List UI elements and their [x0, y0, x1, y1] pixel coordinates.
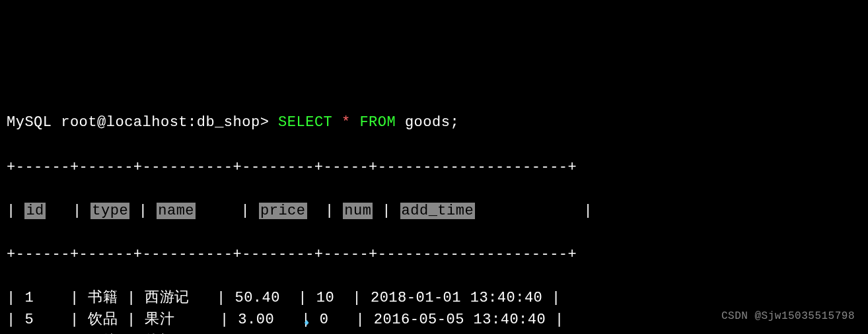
table-border-mid: +------+------+----------+--------+-----…: [7, 244, 861, 265]
header-num: num: [343, 203, 373, 219]
prompt-line[interactable]: MySQL root@localhost:db_shop> SELECT * F…: [7, 112, 861, 133]
header-type: type: [90, 203, 129, 219]
header-name: name: [157, 203, 196, 219]
header-price: price: [259, 203, 307, 219]
sql-star: *: [342, 114, 351, 131]
sql-from: FROM: [359, 114, 396, 131]
sql-table: goods;: [405, 114, 459, 131]
header-id: id: [24, 203, 45, 219]
sql-select: SELECT: [278, 114, 332, 131]
header-addtime: add_time: [400, 203, 476, 219]
cursor-icon: ♦: [304, 316, 310, 330]
table-row: | 4 | 服饰 | 休闲西服 | 800.00 | 0 | 2016-04-0…: [7, 331, 861, 334]
table-row: | 1 | 书籍 | 西游记 | 50.40 | 10 | 2018-01-01…: [7, 287, 861, 309]
table-border-top: +------+------+----------+--------+-----…: [7, 156, 861, 178]
table-header-row: | id | type | name | price | num | add_t…: [7, 200, 861, 222]
watermark: CSDN @Sjw15035515798: [721, 308, 855, 324]
prompt-text: MySQL root@localhost:db_shop>: [7, 114, 269, 131]
